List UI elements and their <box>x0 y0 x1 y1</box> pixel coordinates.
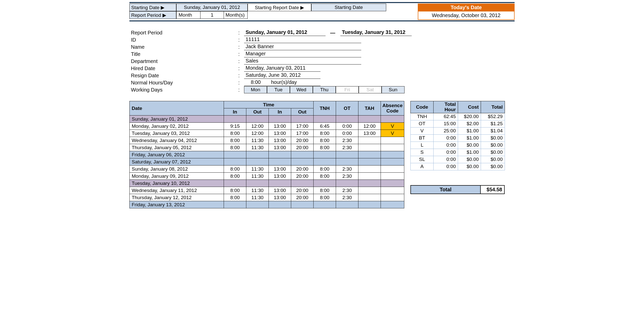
summary-total: $0.00 <box>481 149 505 156</box>
report-period-suffix: Month(s) <box>224 11 247 19</box>
cell-time <box>269 116 291 123</box>
report-period-qty[interactable]: 1 <box>200 11 224 19</box>
cell-time: 8:00 <box>224 194 246 201</box>
cell-absence <box>381 144 404 151</box>
summary-code: A <box>411 163 434 170</box>
cell-time: 13:00 <box>269 123 291 130</box>
cell-tnh <box>314 180 336 187</box>
starting-date-value[interactable]: Sunday, January 01, 2012 <box>176 4 248 11</box>
cell-time <box>224 180 246 187</box>
cell-tnh <box>314 116 336 123</box>
id-value: 11111 <box>244 36 361 43</box>
cell-time <box>269 180 291 187</box>
day-chip-fri[interactable]: Fri <box>336 86 359 93</box>
summary-total: $0.00 <box>481 163 505 170</box>
summary-panel: Code Total Hour Cost Total TNH62:45$20.0… <box>410 101 505 194</box>
cell-absence <box>381 194 404 201</box>
cell-tah <box>358 180 381 187</box>
summary-total: $0.00 <box>481 134 505 142</box>
cell-date: Monday, January 02, 2012 <box>130 123 224 130</box>
cell-time: 8:00 <box>224 137 246 144</box>
grand-total-value: $54.58 <box>481 185 505 194</box>
cell-absence <box>381 158 404 166</box>
cell-time: 9:15 <box>224 123 246 130</box>
summary-cost: $20.00 <box>458 113 481 120</box>
name-label: Name <box>129 44 234 50</box>
day-chip-mon[interactable]: Mon <box>244 86 267 93</box>
day-chip-tue[interactable]: Tue <box>267 86 290 93</box>
cell-ot: 2:30 <box>336 137 358 144</box>
department-label: Department <box>129 58 234 64</box>
cell-time: 8:00 <box>224 173 246 180</box>
table-row: Tuesday, January 10, 2012 <box>130 180 404 187</box>
th-date: Date <box>130 101 224 116</box>
cell-ot: 2:30 <box>336 144 358 151</box>
cell-tah <box>358 151 381 158</box>
cell-time <box>291 180 314 187</box>
cell-date: Friday, January 13, 2012 <box>130 201 224 208</box>
cell-time: 13:00 <box>269 166 291 173</box>
summary-table: Code Total Hour Cost Total TNH62:45$20.0… <box>410 101 505 170</box>
starting-report-value[interactable]: Starting Date <box>311 4 386 11</box>
day-chip-wed[interactable]: Wed <box>290 86 313 93</box>
cell-time: 11:30 <box>246 137 269 144</box>
cell-time <box>224 116 246 123</box>
cell-time: 11:30 <box>246 194 269 201</box>
title-value: Manager <box>244 51 361 57</box>
cell-time: 8:00 <box>224 166 246 173</box>
cell-time: 11:30 <box>246 166 269 173</box>
cell-date: Sunday, January 01, 2012 <box>130 116 224 123</box>
cell-date: Thursday, January 05, 2012 <box>130 144 224 151</box>
summary-total: $0.00 <box>481 156 505 163</box>
cell-ot <box>336 158 358 166</box>
table-row: Wednesday, January 11, 20128:0011:3013:0… <box>130 187 404 194</box>
th-ot: OT <box>336 101 358 116</box>
summary-code: V <box>411 127 434 134</box>
report-period-label: Report Period ▶ <box>129 11 176 19</box>
summary-code: BT <box>411 134 434 142</box>
cell-time: 20:00 <box>291 166 314 173</box>
report-period-to: Tuesday, January 31, 2012 <box>340 29 412 36</box>
cell-tah <box>358 166 381 173</box>
cell-time <box>291 158 314 166</box>
th-absence-code: Absence Code <box>381 101 404 116</box>
starting-report-label: Starting Report Date ▶ <box>248 4 311 11</box>
th-out2: Out <box>291 108 314 116</box>
working-days-label: Working Days <box>129 87 234 93</box>
day-chip-sat[interactable]: Sat <box>359 86 382 93</box>
report-period-from: Sunday, January 01, 2012 <box>244 29 326 36</box>
summary-cost: $1.00 <box>458 134 481 142</box>
cell-time: 8:00 <box>224 187 246 194</box>
th-total: Total <box>481 101 505 113</box>
summary-row: TNH62:45$20.00$52.29 <box>411 113 505 120</box>
table-row: Monday, January 09, 20128:0011:3013:0020… <box>130 173 404 180</box>
report-period-unit[interactable]: Month <box>177 11 200 19</box>
cell-time: 8:00 <box>224 130 246 137</box>
day-chip-thu[interactable]: Thu <box>313 86 336 93</box>
cell-tah <box>358 158 381 166</box>
cell-time: 13:00 <box>269 194 291 201</box>
cell-ot: 2:30 <box>336 187 358 194</box>
summary-code: L <box>411 142 434 149</box>
timesheet-table: Date Time TNH OT TAH Absence Code In Out… <box>129 101 404 208</box>
summary-cost: $0.00 <box>458 142 481 149</box>
cell-time: 13:00 <box>269 130 291 137</box>
top-controls: Starting Date ▶ Sunday, January 01, 2012… <box>129 4 515 20</box>
table-row: Friday, January 13, 2012 <box>130 201 404 208</box>
day-chip-sun[interactable]: Sun <box>382 86 405 93</box>
cell-time <box>246 116 269 123</box>
cell-date: Tuesday, January 10, 2012 <box>130 180 224 187</box>
normal-hours-label: Normal Hours/Day <box>129 80 234 86</box>
cell-tnh: 8:00 <box>314 194 336 201</box>
cell-time <box>246 180 269 187</box>
cell-time: 13:00 <box>269 187 291 194</box>
report-period-value[interactable]: Month 1 Month(s) <box>176 11 248 19</box>
cell-time: 20:00 <box>291 194 314 201</box>
table-row: Monday, January 02, 20129:1512:0013:0017… <box>130 123 404 130</box>
cell-time: 20:00 <box>291 173 314 180</box>
table-row: Thursday, January 12, 20128:0011:3013:00… <box>130 194 404 201</box>
table-row: Sunday, January 01, 2012 <box>130 116 404 123</box>
cell-absence <box>381 180 404 187</box>
cell-time <box>224 158 246 166</box>
cell-tah <box>358 137 381 144</box>
